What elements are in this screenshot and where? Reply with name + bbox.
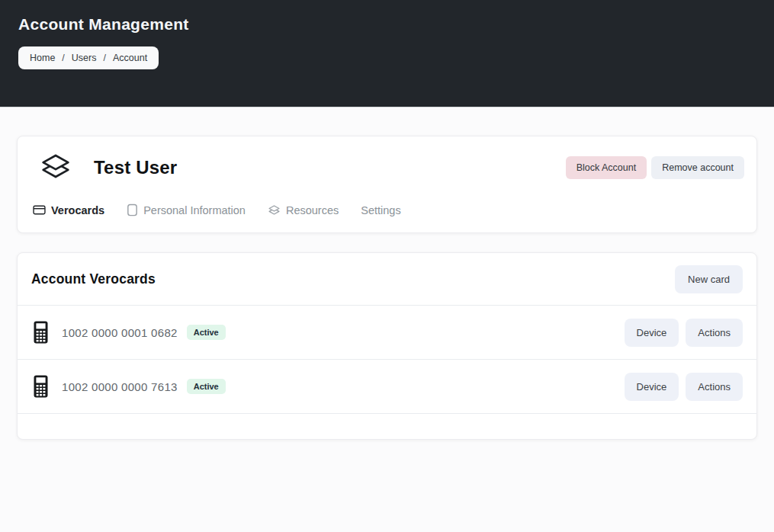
personal-information-icon	[127, 204, 138, 216]
breadcrumb-separator: /	[62, 53, 64, 63]
device-button[interactable]: Device	[625, 373, 679, 401]
breadcrumb-separator: /	[103, 53, 105, 63]
verocards-title: Account Verocards	[31, 271, 156, 287]
pos-terminal-icon	[34, 375, 48, 398]
verocard-row: 1002 0000 0001 0682 Active Device Action…	[18, 306, 756, 360]
status-badge: Active	[187, 379, 226, 394]
pos-terminal-icon	[34, 321, 48, 344]
breadcrumb: Home / Users / Account	[18, 46, 159, 69]
main-content: Test User Block Account Remove account V…	[0, 107, 774, 440]
tab-settings[interactable]: Settings	[361, 204, 400, 216]
verocards-header-row: Account Verocards New card	[18, 253, 756, 305]
tab-label: Resources	[286, 204, 339, 216]
actions-button[interactable]: Actions	[686, 319, 743, 347]
breadcrumb-item-account[interactable]: Account	[113, 53, 147, 63]
tab-label: Settings	[361, 204, 400, 216]
user-summary-card: Test User Block Account Remove account V…	[17, 136, 757, 233]
tab-verocards[interactable]: Verocards	[33, 204, 104, 216]
page: Account Management Home / Users / Accoun…	[0, 0, 774, 532]
breadcrumb-item-users[interactable]: Users	[72, 53, 97, 63]
card-number: 1002 0000 0001 0682	[62, 326, 178, 339]
user-name: Test User	[94, 157, 177, 178]
block-account-button[interactable]: Block Account	[566, 156, 647, 179]
card-footer-spacer	[18, 414, 756, 439]
row-actions: Device Actions	[625, 373, 743, 401]
verocard-row: 1002 0000 0000 7613 Active Device Action…	[18, 360, 756, 414]
status-badge: Active	[187, 325, 226, 340]
credit-card-icon	[33, 204, 46, 216]
tab-resources[interactable]: Resources	[268, 204, 339, 216]
new-card-button[interactable]: New card	[675, 265, 743, 293]
remove-account-button[interactable]: Remove account	[651, 156, 744, 179]
breadcrumb-item-home[interactable]: Home	[30, 53, 55, 63]
row-actions: Device Actions	[625, 319, 743, 347]
user-tabs: Verocards Personal Information	[33, 204, 744, 232]
tab-label: Personal Information	[143, 204, 246, 216]
layers-icon	[39, 152, 72, 183]
page-title: Account Management	[18, 15, 756, 34]
card-number: 1002 0000 0000 7613	[62, 380, 178, 393]
actions-button[interactable]: Actions	[686, 373, 743, 401]
device-button[interactable]: Device	[625, 319, 679, 347]
user-header-row: Test User Block Account Remove account	[39, 152, 744, 183]
tab-label: Verocards	[51, 204, 104, 216]
account-verocards-card: Account Verocards New card	[17, 252, 757, 440]
tab-personal-information[interactable]: Personal Information	[127, 204, 246, 216]
page-header: Account Management Home / Users / Accoun…	[0, 0, 774, 107]
layers-icon	[268, 204, 281, 216]
user-actions: Block Account Remove account	[566, 156, 744, 179]
